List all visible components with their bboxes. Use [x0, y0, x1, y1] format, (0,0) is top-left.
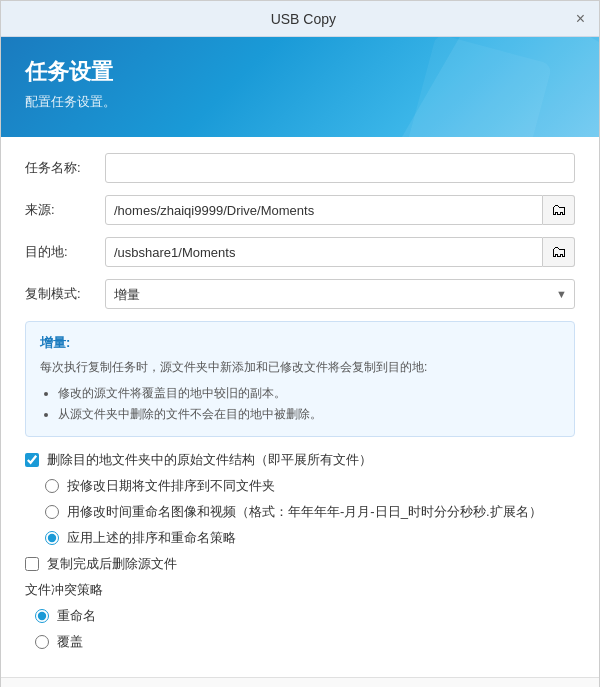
rename-by-time-row: 用修改时间重命名图像和视频（格式：年年年年-月月-日日_时时分分秒秒.扩展名） — [25, 503, 575, 521]
rename-label[interactable]: 重命名 — [57, 607, 96, 625]
destination-folder-button[interactable]: 🗂 — [543, 237, 575, 267]
delete-original-row: 删除目的地文件夹中的原始文件结构（即平展所有文件） — [25, 451, 575, 469]
rename-by-time-label[interactable]: 用修改时间重命名图像和视频（格式：年年年年-月月-日日_时时分分秒秒.扩展名） — [67, 503, 542, 521]
header-title: 任务设置 — [25, 57, 575, 87]
header-banner: 任务设置 配置任务设置。 — [1, 37, 599, 137]
task-name-label: 任务名称: — [25, 159, 105, 177]
delete-source-checkbox[interactable] — [25, 557, 39, 571]
title-bar: USB Copy × — [1, 1, 599, 37]
source-path-container: 🗂 — [105, 195, 575, 225]
copy-mode-row: 复制模式: 增量 完全 镜像 ▼ — [25, 279, 575, 309]
delete-original-checkbox[interactable] — [25, 453, 39, 467]
task-name-input[interactable] — [105, 153, 575, 183]
sort-by-date-label[interactable]: 按修改日期将文件排序到不同文件夹 — [67, 477, 275, 495]
close-button[interactable]: × — [572, 9, 589, 29]
overwrite-label[interactable]: 覆盖 — [57, 633, 83, 651]
conflict-strategy-label: 文件冲突策略 — [25, 581, 575, 599]
content-area: 任务名称: 来源: 🗂 目的地: 🗂 复制模式 — [1, 137, 599, 677]
delete-original-label[interactable]: 删除目的地文件夹中的原始文件结构（即平展所有文件） — [47, 451, 372, 469]
apply-sort-row: 应用上述的排序和重命名策略 — [25, 529, 575, 547]
options-section: 删除目的地文件夹中的原始文件结构（即平展所有文件） 按修改日期将文件排序到不同文… — [25, 451, 575, 651]
destination-label: 目的地: — [25, 243, 105, 261]
info-box: 增量: 每次执行复制任务时，源文件夹中新添加和已修改文件将会复制到目的地: 修改… — [25, 321, 575, 437]
info-box-description: 每次执行复制任务时，源文件夹中新添加和已修改文件将会复制到目的地: — [40, 358, 560, 377]
destination-row: 目的地: 🗂 — [25, 237, 575, 267]
destination-input[interactable] — [105, 237, 543, 267]
source-input[interactable] — [105, 195, 543, 225]
folder-icon-dest: 🗂 — [551, 243, 567, 261]
folder-icon: 🗂 — [551, 201, 567, 219]
sort-by-date-radio[interactable] — [45, 479, 59, 493]
header-subtitle: 配置任务设置。 — [25, 93, 575, 111]
delete-source-row: 复制完成后删除源文件 — [25, 555, 575, 573]
destination-path-container: 🗂 — [105, 237, 575, 267]
delete-source-label[interactable]: 复制完成后删除源文件 — [47, 555, 177, 573]
copy-mode-label: 复制模式: — [25, 285, 105, 303]
main-window: USB Copy × 任务设置 配置任务设置。 任务名称: 来源: 🗂 目的地: — [0, 0, 600, 687]
overwrite-conflict-row: 覆盖 — [25, 633, 575, 651]
info-box-title: 增量: — [40, 334, 560, 352]
window-title: USB Copy — [35, 11, 572, 27]
sort-by-date-row: 按修改日期将文件排序到不同文件夹 — [25, 477, 575, 495]
overwrite-radio[interactable] — [35, 635, 49, 649]
info-bullet-2: 从源文件夹中删除的文件不会在目的地中被删除。 — [58, 404, 560, 424]
copy-mode-select-wrap: 增量 完全 镜像 ▼ — [105, 279, 575, 309]
copy-mode-select[interactable]: 增量 完全 镜像 — [105, 279, 575, 309]
apply-sort-label[interactable]: 应用上述的排序和重命名策略 — [67, 529, 236, 547]
source-folder-button[interactable]: 🗂 — [543, 195, 575, 225]
info-box-list: 修改的源文件将覆盖目的地中较旧的副本。 从源文件夹中删除的文件不会在目的地中被删… — [40, 383, 560, 424]
rename-by-time-radio[interactable] — [45, 505, 59, 519]
source-row: 来源: 🗂 — [25, 195, 575, 225]
apply-sort-radio[interactable] — [45, 531, 59, 545]
task-name-row: 任务名称: — [25, 153, 575, 183]
rename-radio[interactable] — [35, 609, 49, 623]
rename-conflict-row: 重命名 — [25, 607, 575, 625]
info-bullet-1: 修改的源文件将覆盖目的地中较旧的副本。 — [58, 383, 560, 403]
footer: 上一步 下一步 取消 — [1, 677, 599, 687]
source-label: 来源: — [25, 201, 105, 219]
